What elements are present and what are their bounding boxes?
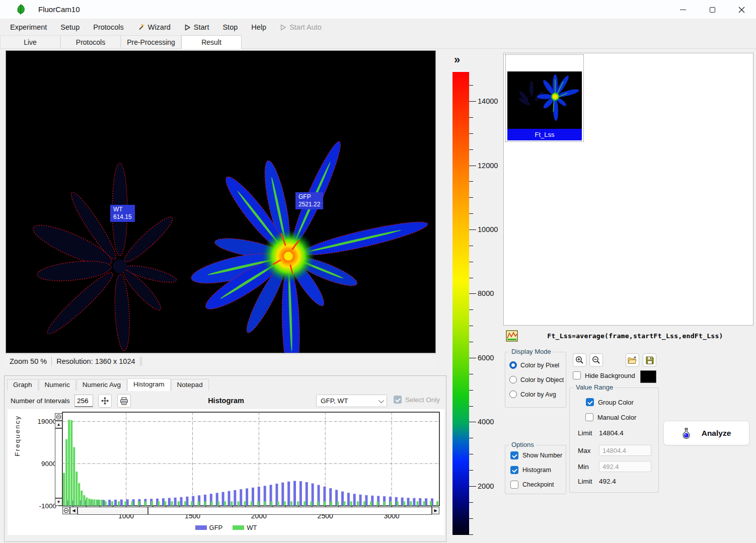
color-scale-tick-label: 14000 bbox=[478, 97, 498, 105]
histogram-checkbox[interactable] bbox=[510, 466, 518, 474]
zoom-in-icon bbox=[575, 356, 584, 364]
color-scale-minor-tick bbox=[469, 85, 473, 86]
play-icon bbox=[280, 24, 286, 31]
color-scale-major-tick bbox=[469, 422, 476, 422]
scroll-left-button[interactable]: ◀ bbox=[70, 507, 78, 514]
radio-color-by-avg[interactable]: Color by Avg bbox=[509, 391, 556, 398]
checkpoint-checkbox[interactable] bbox=[510, 481, 518, 489]
radio-color-by-pixel[interactable]: Color by Pixel bbox=[509, 361, 559, 369]
menu-item-label: Experiment bbox=[10, 23, 47, 31]
zoom-level: Zoom 50 % bbox=[6, 357, 47, 365]
zoom-reset-y-button[interactable] bbox=[55, 413, 62, 421]
open-file-button[interactable] bbox=[626, 353, 639, 367]
horizontal-scrollbar[interactable]: ◀ ▶ bbox=[62, 507, 439, 515]
horizontal-scroll-thumb[interactable] bbox=[78, 507, 148, 515]
limit-low-label: Limit bbox=[578, 478, 599, 485]
menu-item-wizard[interactable]: Wizard bbox=[137, 23, 171, 31]
play-icon bbox=[184, 24, 191, 31]
object-label-gfp: GFP2521.22 bbox=[295, 192, 323, 209]
color-scale-minor-tick bbox=[469, 502, 473, 503]
horizontal-scroll-track[interactable] bbox=[148, 507, 432, 515]
maximize-button[interactable] bbox=[698, 0, 727, 19]
svg-text:9000: 9000 bbox=[41, 460, 56, 468]
option-label: Checkpoint bbox=[522, 481, 554, 488]
fit-view-button[interactable] bbox=[98, 394, 112, 408]
view-tab-bar: LiveProtocolsPre-ProcessingResult bbox=[0, 35, 756, 49]
zoom-out-button[interactable] bbox=[589, 353, 603, 367]
manual-color-checkbox[interactable] bbox=[585, 413, 593, 421]
color-scale-minor-tick bbox=[469, 518, 473, 519]
close-button[interactable] bbox=[727, 0, 756, 19]
select-only-checkbox[interactable] bbox=[394, 396, 402, 404]
bottom-tab-numeric-avg[interactable]: Numeric Avg bbox=[77, 379, 127, 391]
bottom-tab-numeric[interactable]: Numeric bbox=[39, 379, 76, 391]
vertical-scroll-track[interactable] bbox=[55, 428, 62, 498]
color-scale-tick-label: 6000 bbox=[478, 354, 494, 362]
menu-item-label: Start bbox=[194, 23, 209, 31]
color-scale-minor-tick bbox=[469, 390, 473, 391]
color-scale-major-tick bbox=[469, 358, 476, 358]
group-color-row: Group Color bbox=[586, 398, 634, 406]
tab-live[interactable]: Live bbox=[0, 35, 60, 48]
object-value: 2521.22 bbox=[298, 201, 320, 208]
y-axis-label: Frequency bbox=[14, 415, 21, 456]
zoom-reset-x-button[interactable] bbox=[62, 507, 70, 514]
resolution-readout: Resolution: 1360 x 1024 bbox=[56, 357, 135, 365]
group-color-checkbox[interactable] bbox=[586, 398, 594, 406]
viewer-status-bar: Zoom 50 % Resolution: 1360 x 1024 bbox=[6, 354, 436, 368]
menu-bar: ExperimentSetupProtocolsWizardStartStopH… bbox=[0, 19, 756, 35]
legend-swatch bbox=[233, 525, 244, 530]
thumbnail-selection[interactable]: Ft_Lss bbox=[505, 54, 584, 142]
vertical-scrollbar[interactable]: ▲ ▼ bbox=[55, 413, 62, 506]
color-scale-minor-tick bbox=[469, 309, 473, 310]
scroll-up-button[interactable]: ▲ bbox=[55, 421, 62, 428]
max-input[interactable] bbox=[599, 445, 651, 456]
show-number-checkbox[interactable] bbox=[510, 451, 518, 459]
radio-dot bbox=[509, 361, 517, 369]
background-color-swatch[interactable] bbox=[640, 370, 656, 383]
series-select-dropdown[interactable]: GFP, WT bbox=[316, 395, 387, 407]
svg-text:-1000: -1000 bbox=[39, 502, 56, 510]
min-input[interactable] bbox=[599, 461, 651, 472]
display-mode-group: Display Mode Color by PixelColor by Obje… bbox=[505, 352, 566, 408]
intervals-input[interactable] bbox=[74, 395, 93, 407]
radio-color-by-object[interactable]: Color by Object bbox=[509, 376, 564, 383]
hide-background-label: Hide Background bbox=[585, 372, 635, 379]
hide-background-checkbox[interactable] bbox=[573, 371, 581, 379]
menu-item-start-auto[interactable]: Start Auto bbox=[280, 23, 322, 31]
color-scale-tick-label: 10000 bbox=[478, 225, 498, 234]
image-viewport[interactable]: WT614.15GFP2521.22 bbox=[6, 50, 436, 353]
menu-item-help[interactable]: Help bbox=[251, 23, 266, 31]
scroll-right-button[interactable]: ▶ bbox=[432, 507, 439, 514]
scroll-down-button[interactable]: ▼ bbox=[55, 498, 62, 506]
menu-item-experiment[interactable]: Experiment bbox=[10, 23, 47, 31]
zoom-in-button[interactable] bbox=[573, 353, 586, 367]
object-name: WT bbox=[113, 206, 132, 213]
min-label: Min bbox=[578, 463, 599, 471]
menu-item-stop[interactable]: Stop bbox=[222, 23, 238, 31]
menu-item-protocols[interactable]: Protocols bbox=[93, 23, 123, 31]
bottom-tab-graph[interactable]: Graph bbox=[7, 379, 38, 391]
tab-protocols[interactable]: Protocols bbox=[60, 35, 121, 48]
collapse-panel-button[interactable]: » bbox=[454, 53, 472, 67]
tab-pre-processing[interactable]: Pre-Processing bbox=[121, 35, 181, 48]
limit-low-row: Limit 492.4 bbox=[578, 478, 616, 485]
color-scale-minor-tick bbox=[469, 342, 473, 342]
minimize-button[interactable] bbox=[668, 0, 698, 19]
save-button[interactable] bbox=[643, 353, 656, 367]
bottom-tab-histogram[interactable]: Histogram bbox=[127, 378, 171, 391]
print-button[interactable] bbox=[117, 394, 131, 408]
color-scale-minor-tick bbox=[469, 278, 473, 278]
status-separator bbox=[51, 357, 52, 366]
menu-item-setup[interactable]: Setup bbox=[60, 23, 80, 31]
color-scale-tick-label: 12000 bbox=[478, 161, 498, 169]
flask-icon bbox=[682, 428, 691, 439]
tab-result[interactable]: Result bbox=[181, 35, 242, 49]
close-icon bbox=[738, 7, 745, 13]
menu-item-label: Help bbox=[251, 23, 266, 31]
menu-item-start[interactable]: Start bbox=[184, 23, 209, 31]
frame-formula: Ft_Lss=average(frame,startFt_Lss,endFt_L… bbox=[519, 332, 751, 340]
bottom-tab-notepad[interactable]: Notepad bbox=[171, 379, 209, 391]
analyze-button[interactable]: Analyze bbox=[663, 421, 749, 445]
menu-item-label: Start Auto bbox=[289, 23, 322, 31]
